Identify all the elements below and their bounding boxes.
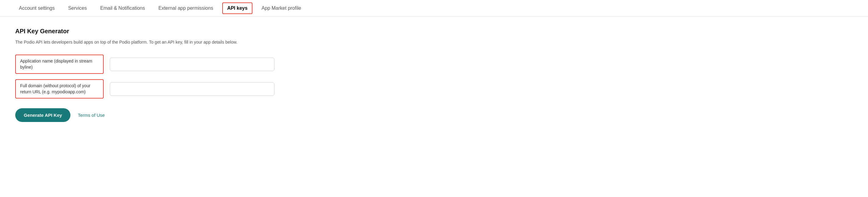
form-group-app-name: Application name (displayed in stream by… [15,55,853,74]
app-name-label: Application name (displayed in stream by… [15,55,104,74]
tab-services[interactable]: Services [61,0,93,17]
section-title: API Key Generator [15,28,853,35]
generate-api-key-button[interactable]: Generate API Key [15,108,70,122]
main-content: API Key Generator The Podio API lets dev… [0,17,868,134]
tab-email-notifications[interactable]: Email & Notifications [94,0,152,17]
terms-of-use-link[interactable]: Terms of Use [78,112,104,118]
tab-app-market-profile[interactable]: App Market profile [255,0,308,17]
full-domain-label: Full domain (without protocol) of your r… [15,79,104,98]
page-wrapper: Account settings Services Email & Notifi… [0,0,868,197]
tab-external-app-permissions[interactable]: External app permissions [152,0,220,17]
tab-api-keys[interactable]: API keys [222,2,252,14]
full-domain-input[interactable] [110,83,274,96]
nav-tabs: Account settings Services Email & Notifi… [0,0,868,17]
form-group-full-domain: Full domain (without protocol) of your r… [15,79,853,98]
footer-actions: Generate API Key Terms of Use [15,108,853,122]
tab-account-settings[interactable]: Account settings [12,0,61,17]
section-description: The Podio API lets developers build apps… [15,39,290,45]
app-name-input[interactable] [110,58,274,71]
